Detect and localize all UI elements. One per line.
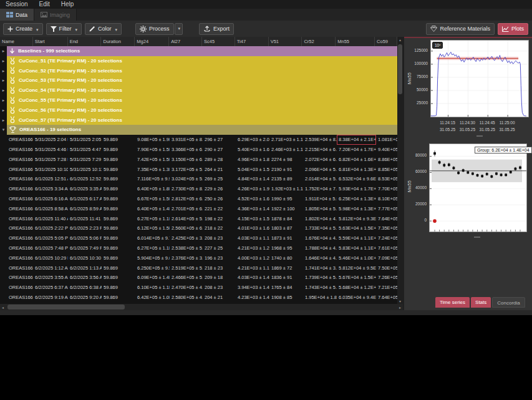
cell-v51[interactable]: 1990 ± 95 xyxy=(269,194,303,204)
cell-sc45[interactable]: 229 ± 26 xyxy=(203,184,236,194)
cell-mg24[interactable]: 5.904E+05 ± 9.0E… xyxy=(135,253,170,263)
cell-co59[interactable]: 8.53E+05 ± 1.3… xyxy=(376,174,397,184)
cell-ti47[interactable]: 4.26E+03 ± 1.9E+… xyxy=(236,184,269,194)
cell-name[interactable]: OREAS166 xyxy=(0,233,33,243)
cell-start[interactable]: 6/2/2025 1:12 AM xyxy=(33,263,68,273)
cell-end[interactable]: 6/1/2025 6:17 AM xyxy=(68,194,102,204)
cell-cr52[interactable]: 1.739E+04 ± 5.0E… xyxy=(303,273,337,283)
cell-duration[interactable]: 59.869 xyxy=(102,243,135,253)
vertical-scroll-thumb[interactable] xyxy=(398,44,402,94)
table-row[interactable]: OREAS1666/1/2025 3:34 AM6/1/2025 3:35 AM… xyxy=(0,184,397,194)
cell-sc45[interactable]: 250 ± 26 xyxy=(203,194,236,204)
cell-name[interactable]: OREAS166 xyxy=(0,174,33,184)
cell-cr52[interactable]: 1.95E+04 ± 1.8E+… xyxy=(303,293,337,303)
cell-name[interactable]: OREAS166 xyxy=(0,194,33,204)
cell-mn55[interactable]: 5.67E+04 ± 1.5E+… xyxy=(337,273,376,283)
tab-data[interactable]: Data xyxy=(0,9,34,21)
cell-ti47[interactable]: 4.36E+03 ± 1.4E+… xyxy=(236,204,269,214)
table-row[interactable]: OREAS1666/2/2025 3:55 AM6/2/2025 3:56 AM… xyxy=(0,273,397,283)
cell-end[interactable]: 6/1/2025 8:59 AM xyxy=(68,204,102,214)
table-vertical-scrollbar[interactable]: ▴ ▾ xyxy=(397,37,403,304)
cell-start[interactable]: 6/1/2025 10:29 PM xyxy=(33,253,68,263)
cell-mg24[interactable]: 7.116E+05 ± 9.9E… xyxy=(135,174,170,184)
cell-sc45[interactable]: 198 ± 22 xyxy=(203,214,236,224)
cell-ti47[interactable]: 4.23E+03 ± 1.4E+… xyxy=(236,293,269,303)
cell-mg24[interactable]: 7.90E+05 ± 1.5E+… xyxy=(135,145,170,155)
cell-name[interactable]: OREAS166 xyxy=(0,223,33,233)
tab-imaging[interactable]: Imaging xyxy=(34,9,77,21)
cell-name[interactable]: OREAS166 xyxy=(0,293,33,303)
cell-mn55[interactable]: 5.812E+04 ± 9.3E… xyxy=(337,214,376,224)
tab-time-series[interactable]: Time series xyxy=(435,297,470,308)
cell-sc45[interactable]: 290 ± 27 xyxy=(203,145,236,155)
cell-end[interactable]: 6/1/2025 2:23 PM xyxy=(68,223,102,233)
expand-arrow-icon[interactable]: ▸ xyxy=(0,56,7,66)
reference-materials-button[interactable]: Reference Materials xyxy=(426,23,495,35)
cell-duration[interactable]: 59.869 xyxy=(102,293,135,303)
cell-end[interactable]: 6/1/2025 5:06 PM xyxy=(68,233,102,243)
cell-name[interactable]: OREAS166 xyxy=(0,273,33,283)
cell-ti47[interactable]: 5.40E+03 ± 1.6E+… xyxy=(236,145,269,155)
cell-name[interactable]: OREAS166 xyxy=(0,243,33,253)
column-header-sc45[interactable]: Sc45 xyxy=(202,37,235,46)
plots-button[interactable]: Plots xyxy=(498,23,528,35)
cell-cr52[interactable]: 2.539E+04 ± 8.1E… xyxy=(303,135,337,145)
table-row[interactable]: OREAS1666/1/2025 5:05 PM6/1/2025 5:06 PM… xyxy=(0,233,397,243)
menu-edit[interactable]: Edit xyxy=(34,0,56,9)
cell-cr52[interactable]: 2.014E+04 ± 5.8E… xyxy=(303,174,337,184)
cell-duration[interactable]: 59.869 xyxy=(102,223,135,233)
table-row[interactable]: OREAS1666/1/2025 8:58 AM6/1/2025 8:59 AM… xyxy=(0,204,397,214)
column-header-mn55[interactable]: Mn55 xyxy=(336,37,375,46)
collapse-arrow-icon[interactable]: ▾ xyxy=(0,125,7,135)
cell-sc45[interactable]: 196 ± 23 xyxy=(203,253,236,263)
cell-mn55[interactable]: 6.035E+04 ± 9.4E… xyxy=(337,293,376,303)
cell-al27[interactable]: 2.538E+05 ± 5.0E… xyxy=(170,243,203,253)
cell-v51[interactable]: 2.71E+03 ± 1.1E+… xyxy=(269,135,303,145)
cell-name[interactable]: OREAS166 xyxy=(0,165,33,175)
cell-mg24[interactable]: 6.27E+05 ± 1.1E+… xyxy=(135,214,170,224)
cell-v51[interactable]: 1869 ± 72 xyxy=(269,263,303,273)
filter-button[interactable]: Filter ▾ xyxy=(46,23,82,35)
cell-mg24[interactable]: 6.014E+05 ± 9.7E… xyxy=(135,233,170,243)
column-header-al27[interactable]: Al27 xyxy=(169,37,202,46)
group-row[interactable]: ▸Baselines - 999 selections xyxy=(0,46,397,56)
group-row[interactable]: ▸CuConc_53 (TE Primary RM) - 20 selectio… xyxy=(0,76,397,85)
expand-arrow-icon[interactable]: ▸ xyxy=(0,115,7,125)
table-row[interactable]: OREAS1666/1/2025 10:29 PM6/1/2025 10:30 … xyxy=(0,253,397,263)
column-header-duration[interactable]: Duration xyxy=(101,37,135,46)
cell-duration[interactable]: 59.869 xyxy=(102,165,135,175)
table-row[interactable]: OREAS1666/2/2025 6:37 AM6/2/2025 6:38 AM… xyxy=(0,283,397,293)
cell-al27[interactable]: 3.931E+05 ± 8.0E… xyxy=(170,135,203,145)
cell-ti47[interactable]: 4.52E+03 ± 1.6E+… xyxy=(236,194,269,204)
column-header-mg24[interactable]: Mg24 xyxy=(135,37,169,46)
group-row[interactable]: ▸CuConc_54 (TE Primary RM) - 20 selectio… xyxy=(0,85,397,95)
cell-end[interactable]: 6/2/2025 9:20 AM xyxy=(68,293,102,303)
table-row[interactable]: OREAS1666/2/2025 1:12 AM6/2/2025 1:13 AM… xyxy=(0,263,397,273)
cell-name[interactable]: OREAS166 xyxy=(0,135,33,145)
cell-cr52[interactable]: 2.215E+04 ± 6.0E… xyxy=(303,145,337,155)
cell-al27[interactable]: 3.366E+05 ± 6.9E… xyxy=(170,145,203,155)
cell-start[interactable]: 6/1/2025 12:51 AM xyxy=(33,174,68,184)
cell-al27[interactable]: 2.580E+05 ± 4.3E… xyxy=(170,293,203,303)
cell-v51[interactable]: 1908 ± 85 xyxy=(269,293,303,303)
cell-end[interactable]: 6/1/2025 7:49 PM xyxy=(68,243,102,253)
cell-start[interactable]: 6/1/2025 2:22 PM xyxy=(33,223,68,233)
scroll-up-arrow-icon[interactable]: ▴ xyxy=(397,37,403,42)
export-button[interactable]: Export xyxy=(199,23,234,35)
cell-name[interactable]: OREAS166 xyxy=(0,155,33,165)
create-button[interactable]: Create ▾ xyxy=(3,23,43,35)
cell-name[interactable]: OREAS166 xyxy=(0,283,33,293)
expand-arrow-icon[interactable]: ▸ xyxy=(0,85,7,95)
tab-stats[interactable]: Stats xyxy=(471,297,491,308)
cell-start[interactable]: 5/31/2025 2:04 PM xyxy=(33,135,68,145)
cell-start[interactable]: 6/2/2025 3:55 AM xyxy=(33,273,68,283)
cell-duration[interactable]: 59.869 xyxy=(102,145,135,155)
cell-al27[interactable]: 2.466E+05 ± 5.9E… xyxy=(170,273,203,283)
table-row[interactable]: OREAS1665/31/2025 2:04 PM5/31/2025 2:05 … xyxy=(0,135,397,145)
group-row[interactable]: ▸CuConc_55 (TE Primary RM) - 20 selectio… xyxy=(0,95,397,105)
color-button[interactable]: Color ▾ xyxy=(85,23,122,35)
cell-end[interactable]: 5/31/2025 4:47 PM xyxy=(68,145,102,155)
cell-mg24[interactable]: 9.08E+05 ± 1.9E+… xyxy=(135,135,170,145)
cell-name[interactable]: OREAS166 xyxy=(0,145,33,155)
scroll-left-arrow-icon[interactable]: ◂ xyxy=(0,305,6,310)
